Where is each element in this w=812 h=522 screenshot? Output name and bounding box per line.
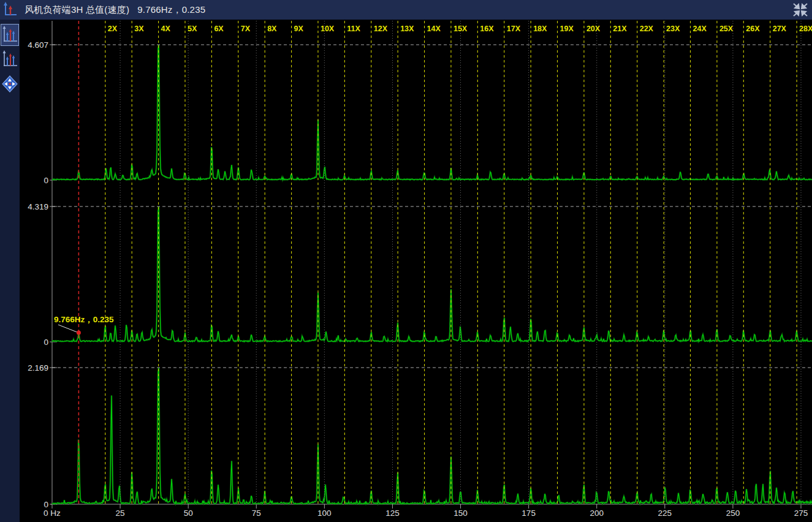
x-tick-label: 225 [658, 509, 672, 518]
title-bar: 风机负荷端3H 总值(速度) 9.766Hz，0.235 [0, 0, 812, 20]
harmonic-label: 3X [134, 25, 144, 33]
y-zero-label: 0 [44, 500, 48, 509]
toolbar-sidebar [0, 20, 20, 522]
multi-spectrum-tool[interactable] [1, 48, 19, 70]
harmonic-label: 21X [613, 25, 627, 33]
spectrum-bottom-glow [52, 368, 812, 504]
harmonic-label: 4X [161, 25, 171, 33]
spectrum-chart-icon [2, 1, 19, 18]
x-tick-label: 275 [794, 509, 808, 518]
harmonic-label: 25X [719, 25, 734, 33]
cursor-point[interactable] [77, 330, 81, 335]
harmonic-label: 13X [400, 25, 414, 33]
y-zero-label: 0 [44, 338, 48, 347]
harmonic-label: 24X [693, 25, 707, 33]
harmonic-label: 27X [773, 25, 787, 33]
multi-spectrum-icon [2, 26, 18, 44]
cursor-annotation: 9.766Hz，0.235 [54, 315, 114, 324]
move-diamond-icon [1, 75, 18, 93]
x-tick-label: 0 Hz [44, 509, 61, 518]
harmonic-label: 9X [294, 25, 304, 33]
harmonic-label: 5X [188, 25, 197, 33]
spectrum-top-trace [52, 45, 812, 180]
harmonic-label: 10X [321, 25, 335, 33]
spectrum-middle-glow [52, 206, 812, 342]
cursor-leader-line [58, 325, 77, 332]
collapse-icon[interactable] [792, 2, 808, 17]
spectrum-bottom-trace [52, 368, 812, 504]
x-tick-label: 150 [453, 509, 468, 518]
x-tick-label: 175 [522, 509, 536, 518]
harmonic-label: 7X [241, 25, 251, 33]
harmonic-label: 14X [427, 25, 441, 33]
spectrum-plot-area[interactable]: 2X3X4X5X6X7X8X9X10X11X12X13X14X15X16X17X… [20, 20, 812, 522]
multi-spectrum-icon [2, 50, 18, 69]
harmonic-label: 6X [214, 25, 224, 33]
y-zero-label: 0 [44, 176, 48, 185]
multi-spectrum-tool-selected[interactable] [1, 24, 19, 46]
harmonic-label: 16X [480, 25, 494, 33]
harmonic-label: 26X [746, 25, 760, 33]
x-tick-label: 100 [317, 509, 332, 518]
harmonic-label: 22X [640, 25, 654, 33]
harmonic-label: 28X [799, 25, 812, 33]
harmonic-label: 17X [507, 25, 521, 33]
harmonic-label: 8X [267, 25, 277, 33]
y-max-label: 2.169 [28, 363, 48, 373]
harmonic-label: 11X [347, 25, 360, 33]
harmonic-label: 15X [453, 25, 468, 33]
harmonic-label: 2X [108, 25, 118, 33]
harmonic-label: 19X [560, 25, 574, 33]
x-tick-label: 125 [385, 509, 400, 518]
harmonic-label: 20X [586, 25, 601, 33]
x-tick-label: 250 [726, 509, 740, 518]
harmonic-label: 12X [374, 25, 388, 33]
spectrum-middle-trace [52, 206, 812, 342]
spectrum-top-glow [52, 45, 812, 180]
y-max-label: 4.319 [28, 202, 48, 211]
x-tick-label: 25 [116, 509, 125, 518]
window-title: 风机负荷端3H 总值(速度) 9.766Hz，0.235 [25, 4, 205, 16]
y-max-label: 4.607 [28, 40, 48, 50]
x-tick-label: 50 [184, 509, 193, 518]
harmonic-label: 18X [533, 25, 547, 33]
harmonic-label: 23X [666, 25, 680, 33]
pan-tool[interactable] [1, 73, 19, 95]
x-tick-label: 200 [590, 509, 604, 518]
x-tick-label: 75 [252, 509, 261, 518]
